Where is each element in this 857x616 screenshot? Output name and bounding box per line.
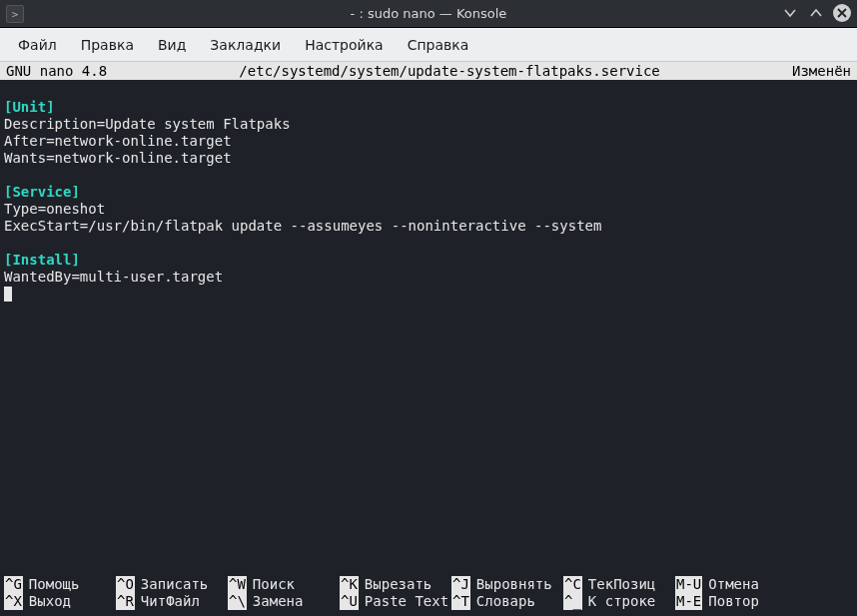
shortcut-label: Записать [141, 576, 208, 593]
shortcut-paste[interactable]: ^UPaste Text [340, 593, 451, 610]
shortcut-redo[interactable]: M-EПовтор [675, 593, 787, 610]
minimize-button[interactable] [781, 4, 799, 22]
shortcut-label: Замена [253, 593, 304, 610]
shortcut-readfile[interactable]: ^RЧитФайл [116, 593, 228, 610]
editor-line: ExecStart=/usr/bin/flatpak update --assu… [4, 218, 601, 234]
key-label: ^J [451, 576, 470, 593]
shortcut-label: ТекПозиц [588, 576, 655, 593]
window-controls [781, 4, 851, 22]
menu-file[interactable]: Файл [6, 31, 69, 59]
shortcut-search[interactable]: ^WПоиск [228, 576, 340, 593]
close-button[interactable] [833, 4, 851, 22]
shortcut-curpos[interactable]: ^CТекПозиц [563, 576, 675, 593]
key-label: ^O [116, 576, 135, 593]
key-label: ^K [340, 576, 359, 593]
key-label: ^R [116, 593, 135, 610]
editor-line: Description=Update system Flatpaks [4, 116, 291, 132]
close-icon [835, 6, 849, 20]
shortcut-row-2: ^XВыход ^RЧитФайл ^\Замена ^UPaste Text … [4, 593, 853, 610]
menubar: Файл Правка Вид Закладки Настройка Справ… [0, 28, 857, 62]
shortcut-spell[interactable]: ^TСловарь [451, 593, 563, 610]
key-label: ^G [4, 576, 23, 593]
key-label: ^_ [563, 593, 582, 610]
shortcut-label: Отмена [708, 576, 759, 593]
shortcut-justify[interactable]: ^JВыровнять [451, 576, 563, 593]
shortcut-label: Словарь [476, 593, 535, 610]
text-cursor [4, 287, 12, 302]
shortcut-label: Выровнять [476, 576, 552, 593]
nano-filepath: /etc/systemd/system/update-system-flatpa… [107, 62, 792, 80]
section-install: [Install] [4, 252, 80, 268]
chevron-up-icon [809, 6, 823, 20]
key-label: ^X [4, 593, 23, 610]
key-label: ^\ [228, 593, 247, 610]
nano-shortcuts: ^GПомощь ^OЗаписать ^WПоиск ^KВырезать ^… [0, 574, 857, 616]
editor-line: WantedBy=multi-user.target [4, 269, 223, 285]
menu-view[interactable]: Вид [146, 31, 198, 59]
shortcut-label: Повтор [708, 593, 759, 610]
key-label: ^T [451, 593, 470, 610]
menu-edit[interactable]: Правка [69, 31, 146, 59]
section-service: [Service] [4, 184, 80, 200]
editor-area[interactable]: [Unit] Description=Update system Flatpak… [0, 80, 857, 574]
shortcut-help[interactable]: ^GПомощь [4, 576, 116, 593]
key-label: ^U [340, 593, 359, 610]
shortcut-label: Вырезать [365, 576, 431, 593]
editor-line: Wants=network-online.target [4, 150, 232, 166]
shortcut-row-1: ^GПомощь ^OЗаписать ^WПоиск ^KВырезать ^… [4, 576, 853, 593]
shortcut-label: Выход [29, 593, 71, 610]
shortcut-replace[interactable]: ^\Замена [228, 593, 340, 610]
shortcut-label: К строке [588, 593, 655, 610]
nano-status: Изменён [792, 62, 851, 80]
key-label: M-E [675, 593, 702, 610]
nano-version: GNU nano 4.8 [6, 62, 107, 80]
titlebar: > - : sudo nano — Konsole [0, 0, 857, 28]
menu-settings[interactable]: Настройка [293, 31, 396, 59]
shortcut-writeout[interactable]: ^OЗаписать [116, 576, 228, 593]
key-label: ^W [228, 576, 247, 593]
editor-line: Type=oneshot [4, 201, 105, 217]
section-unit: [Unit] [4, 99, 55, 115]
shortcut-label: Paste Text [365, 593, 448, 610]
nano-header: GNU nano 4.8 /etc/systemd/system/update-… [0, 62, 857, 80]
chevron-down-icon [783, 6, 797, 20]
key-label: ^C [563, 576, 582, 593]
shortcut-gotoline[interactable]: ^_К строке [563, 593, 675, 610]
editor-line: After=network-online.target [4, 133, 232, 149]
menu-help[interactable]: Справка [396, 31, 481, 59]
maximize-button[interactable] [807, 4, 825, 22]
shortcut-exit[interactable]: ^XВыход [4, 593, 116, 610]
shortcut-label: Поиск [253, 576, 295, 593]
shortcut-label: Помощь [29, 576, 80, 593]
key-label: M-U [675, 576, 702, 593]
menu-bookmarks[interactable]: Закладки [198, 31, 293, 59]
shortcut-cut[interactable]: ^KВырезать [340, 576, 451, 593]
window-title: - : sudo nano — Konsole [351, 6, 507, 21]
shortcut-label: ЧитФайл [141, 593, 200, 610]
terminal-icon: > [6, 5, 24, 23]
shortcut-undo[interactable]: M-UОтмена [675, 576, 787, 593]
